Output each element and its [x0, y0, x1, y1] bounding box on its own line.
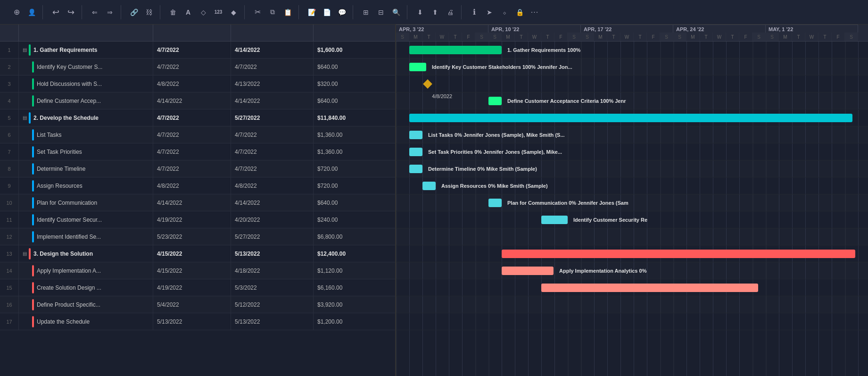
gantt-day-label: S — [568, 33, 581, 41]
info-button[interactable]: ℹ — [467, 5, 481, 19]
gantt-bar: Plan for Communication 0% Jennifer Jones… — [488, 199, 502, 207]
add-task-button[interactable]: ⊕ — [9, 5, 24, 19]
task-resource-val: $1,120.00 — [314, 262, 395, 279]
task-name-text: 3. Design the Solution — [33, 251, 93, 257]
text-button[interactable]: A — [181, 5, 195, 19]
gantt-day-label: M — [779, 33, 792, 41]
table-row[interactable]: 10Plan for Communication4/14/20224/14/20… — [0, 194, 395, 211]
task-start-val: 4/14/2022 — [153, 92, 231, 109]
task-finish-val: 4/7/2022 — [231, 160, 314, 177]
table-row[interactable]: 17Update the Schedule5/13/20225/13/2022$… — [0, 313, 395, 330]
table-row[interactable]: 5▤ 2. Develop the Schedule4/7/20225/27/2… — [0, 109, 395, 126]
task-start-val: 5/13/2022 — [153, 313, 231, 330]
filter-button[interactable]: ⬦ — [497, 5, 512, 19]
gantt-bar-label: Identify Key Customer Stakeholders 100% … — [432, 64, 572, 70]
table-row[interactable]: 16Define Product Specific...5/4/20225/12… — [0, 296, 395, 313]
table-row[interactable]: 7Set Task Priorities4/7/20224/7/2022$1,3… — [0, 143, 395, 160]
zoom-button[interactable]: 🔍 — [389, 5, 403, 19]
task-resource-val: $720.00 — [314, 177, 395, 194]
number-button[interactable]: 123 — [211, 5, 225, 19]
download-button[interactable]: ⬇ — [413, 5, 427, 19]
grid-button[interactable]: ⊟ — [374, 5, 388, 19]
gantt-row — [396, 245, 868, 262]
comment-button[interactable]: 💬 — [335, 5, 349, 19]
task-finish-val: 4/14/2022 — [231, 194, 314, 211]
table-row[interactable]: 11Identify Customer Secur...4/19/20224/2… — [0, 211, 395, 228]
redo-button[interactable]: ↪ — [64, 5, 78, 19]
notes-button[interactable]: 📝 — [305, 5, 319, 19]
user-button[interactable]: 👤 — [25, 5, 39, 19]
expand-icon[interactable]: ▤ — [23, 47, 27, 52]
table-row[interactable]: 6List Tasks4/7/20224/7/2022$1,360.00 — [0, 126, 395, 143]
task-start-val: 4/7/2022 — [153, 42, 231, 58]
task-color-bar — [32, 265, 34, 276]
col-all-header[interactable] — [0, 25, 19, 41]
gantt-day-label: T — [818, 33, 832, 41]
row-number: 7 — [0, 143, 19, 160]
expand-icon[interactable]: ▤ — [23, 251, 27, 256]
table-row[interactable]: 13▤ 3. Design the Solution4/15/20225/13/… — [0, 245, 395, 262]
copy-button[interactable]: ⧉ — [265, 5, 280, 19]
task-color-bar — [29, 44, 31, 56]
cut-button[interactable]: ✂ — [250, 5, 265, 19]
undo-button[interactable]: ↩ — [49, 5, 63, 19]
task-finish-val: 5/12/2022 — [231, 296, 314, 313]
main-container: 1▤ 1. Gather Requirements4/7/20224/14/20… — [0, 25, 868, 376]
gantt-row: Identify Key Customer Stakeholders 100% … — [396, 58, 868, 75]
print-button[interactable]: 🖨 — [443, 5, 457, 19]
split-button[interactable]: ⊞ — [359, 5, 373, 19]
task-color-bar — [32, 146, 34, 158]
task-resource-val: $1,360.00 — [314, 126, 395, 143]
task-name-text: Create Solution Design ... — [37, 284, 101, 291]
task-resource-val: $6,800.00 — [314, 228, 395, 245]
table-row[interactable]: 2Identify Key Customer S...4/7/20224/7/2… — [0, 58, 395, 75]
outdent-button[interactable]: ⇐ — [88, 5, 102, 19]
row-number: 10 — [0, 194, 19, 211]
more-button[interactable]: ··· — [528, 5, 542, 19]
toolbar-group-export: ⬇ ⬆ 🖨 — [409, 5, 462, 19]
expand-icon[interactable]: ▤ — [23, 115, 27, 120]
table-row[interactable]: 4Define Customer Accep...4/14/20224/14/2… — [0, 92, 395, 109]
gantt-bar-label: Determine Timeline 0% Mike Smith (Sample… — [428, 166, 537, 172]
table-row[interactable]: 1▤ 1. Gather Requirements4/7/20224/14/20… — [0, 42, 395, 58]
table-row[interactable]: 15Create Solution Design ...4/19/20225/3… — [0, 279, 395, 296]
shape-button[interactable]: ◇ — [196, 5, 210, 19]
row-number: 3 — [0, 75, 19, 92]
doc-button[interactable]: 📄 — [320, 5, 334, 19]
task-start-val: 4/8/2022 — [153, 75, 231, 92]
gantt-row — [396, 313, 868, 330]
lock-button[interactable]: 🔒 — [513, 5, 527, 19]
gantt-day-label: T — [541, 33, 554, 41]
row-number: 1 — [0, 42, 19, 58]
unlink-button[interactable]: ⛓ — [142, 5, 156, 19]
paste-button[interactable]: 📋 — [281, 5, 295, 19]
row-number: 13 — [0, 245, 19, 262]
task-finish-val: 5/13/2022 — [231, 313, 314, 330]
table-row[interactable]: 8Determine Timeline4/7/20224/7/2022$720.… — [0, 160, 395, 177]
diamond-button[interactable]: ◆ — [226, 5, 240, 19]
row-number: 6 — [0, 126, 19, 143]
table-row[interactable]: 3Hold Discussions with S...4/8/20224/13/… — [0, 75, 395, 92]
share-button[interactable]: ⬆ — [428, 5, 442, 19]
task-name-text: Update the Schedule — [37, 318, 90, 325]
gantt-day-label: T — [634, 33, 647, 41]
task-name-text: Identify Customer Secur... — [37, 217, 102, 223]
table-row[interactable]: 12Implement Identified Se...5/23/20225/2… — [0, 228, 395, 245]
gantt-day-label: M — [409, 33, 422, 41]
link-button[interactable]: 🔗 — [127, 5, 141, 19]
gantt-row: Plan for Communication 0% Jennifer Jones… — [396, 194, 868, 211]
indent-button[interactable]: ⇒ — [103, 5, 117, 19]
gantt-bar — [502, 250, 855, 258]
gantt-day-label: T — [792, 33, 805, 41]
table-row[interactable]: 9Assign Resources4/8/20224/8/2022$720.00 — [0, 177, 395, 194]
task-finish-val: 4/20/2022 — [231, 211, 314, 228]
task-name-cell: ▤ 2. Develop the Schedule — [19, 109, 153, 126]
table-row[interactable]: 14Apply Implementation A...4/15/20224/18… — [0, 262, 395, 279]
gantt-day-label: F — [832, 33, 845, 41]
delete-button[interactable]: 🗑 — [166, 5, 180, 19]
send-button[interactable]: ➤ — [482, 5, 496, 19]
task-resource-val: $640.00 — [314, 58, 395, 75]
task-name-text: Define Product Specific... — [37, 301, 100, 308]
task-resource-val: $720.00 — [314, 160, 395, 177]
task-color-bar — [32, 282, 34, 293]
